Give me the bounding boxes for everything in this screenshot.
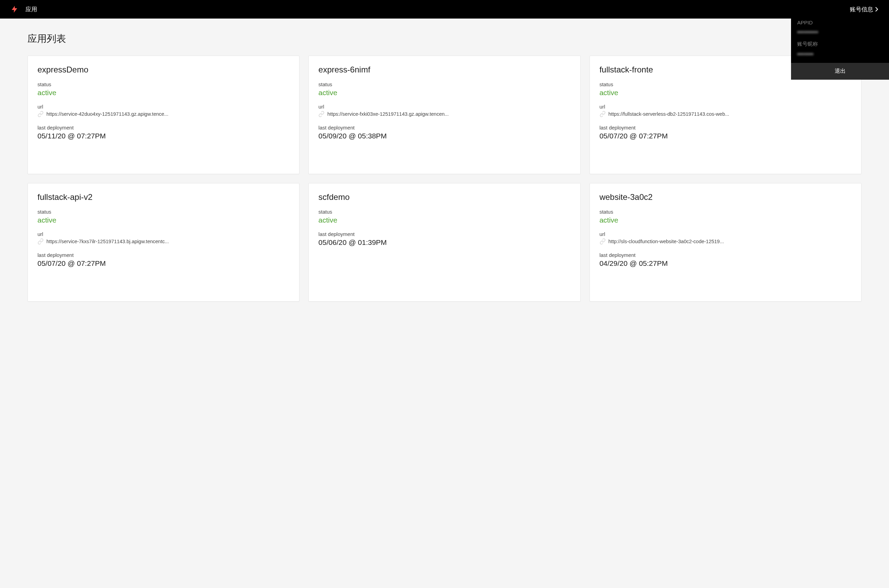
main-content: 应用列表 expressDemostatusactiveurlhttps://s…	[0, 18, 889, 315]
last-deploy-label: last deployment	[318, 231, 570, 237]
app-name: express-6nimf	[318, 65, 570, 75]
status-value: active	[600, 88, 851, 97]
last-deploy-value: 05/09/20 @ 05:38PM	[318, 132, 570, 140]
account-menu-trigger[interactable]: 账号信息	[850, 6, 879, 14]
url-row[interactable]: https://fullstack-serverless-db2-1251971…	[600, 111, 851, 117]
url-row[interactable]: https://service-7kxs7ilr-1251971143.bj.a…	[38, 238, 289, 244]
status-value: active	[600, 216, 851, 224]
url-row[interactable]: http://sls-cloudfunction-website-3a0c2-c…	[600, 238, 851, 244]
link-icon	[38, 238, 44, 244]
url-label: url	[600, 231, 851, 237]
status-value: active	[38, 216, 289, 224]
status-label: status	[318, 209, 570, 214]
app-name: website-3a0c2	[600, 192, 851, 202]
status-label: status	[318, 81, 570, 87]
url-value: https://service-42duo4xy-1251971143.gz.a…	[47, 111, 168, 117]
status-value: active	[318, 216, 570, 224]
url-label: url	[600, 104, 851, 110]
link-icon	[600, 238, 606, 244]
status-label: status	[600, 209, 851, 214]
app-card[interactable]: website-3a0c2statusactiveurlhttp://sls-c…	[590, 183, 862, 302]
appid-value: •••••••••	[797, 29, 883, 36]
last-deploy-value: 05/06/20 @ 01:39PM	[318, 238, 570, 247]
last-deploy-value: 05/07/20 @ 07:27PM	[38, 259, 289, 267]
url-label: url	[38, 104, 289, 110]
app-name: fullstack-api-v2	[38, 192, 289, 202]
nav-apps[interactable]: 应用	[26, 6, 37, 14]
url-label: url	[318, 104, 570, 110]
last-deploy-label: last deployment	[38, 124, 289, 130]
app-card[interactable]: fullstack-api-v2statusactiveurlhttps://s…	[27, 183, 299, 302]
status-label: status	[600, 81, 851, 87]
logout-button[interactable]: 退出	[791, 63, 889, 80]
link-icon	[38, 111, 44, 117]
nickname-label: 账号昵称	[797, 41, 883, 47]
nickname-value: •••••••	[797, 51, 883, 58]
status-value: active	[38, 88, 289, 97]
last-deploy-label: last deployment	[600, 252, 851, 258]
url-value: https://service-fxki03xe-1251971143.gz.a…	[327, 111, 448, 117]
last-deploy-value: 04/29/20 @ 05:27PM	[600, 259, 851, 267]
app-name: scfdemo	[318, 192, 570, 202]
account-label: 账号信息	[850, 6, 873, 14]
app-grid: expressDemostatusactiveurlhttps://servic…	[27, 56, 862, 302]
last-deploy-label: last deployment	[600, 124, 851, 130]
app-card[interactable]: expressDemostatusactiveurlhttps://servic…	[27, 56, 299, 174]
last-deploy-value: 05/11/20 @ 07:27PM	[38, 132, 289, 140]
url-row[interactable]: https://service-fxki03xe-1251971143.gz.a…	[318, 111, 570, 117]
url-value: https://service-7kxs7ilr-1251971143.bj.a…	[47, 239, 169, 244]
link-icon	[318, 111, 325, 117]
last-deploy-label: last deployment	[38, 252, 289, 258]
app-card[interactable]: express-6nimfstatusactiveurlhttps://serv…	[308, 56, 580, 174]
last-deploy-value: 05/07/20 @ 07:27PM	[600, 132, 851, 140]
header-bar: 应用 账号信息 APPID ••••••••• 账号昵称 ••••••• 退出	[0, 0, 889, 18]
status-label: status	[38, 81, 289, 87]
chevron-right-icon	[875, 6, 879, 12]
appid-label: APPID	[797, 20, 883, 26]
status-label: status	[38, 209, 289, 214]
dropdown-appid-section: APPID ••••••••• 账号昵称 •••••••	[791, 15, 889, 63]
url-label: url	[38, 231, 289, 237]
app-card[interactable]: scfdemostatusactivelast deployment05/06/…	[308, 183, 580, 302]
app-name: expressDemo	[38, 65, 289, 75]
url-row[interactable]: https://service-42duo4xy-1251971143.gz.a…	[38, 111, 289, 117]
page-title: 应用列表	[27, 32, 862, 45]
link-icon	[600, 111, 606, 117]
status-value: active	[318, 88, 570, 97]
url-value: http://sls-cloudfunction-website-3a0c2-c…	[608, 239, 724, 244]
last-deploy-label: last deployment	[318, 124, 570, 130]
url-value: https://fullstack-serverless-db2-1251971…	[608, 111, 729, 117]
account-dropdown: APPID ••••••••• 账号昵称 ••••••• 退出	[791, 15, 889, 80]
logo-icon	[10, 5, 18, 14]
